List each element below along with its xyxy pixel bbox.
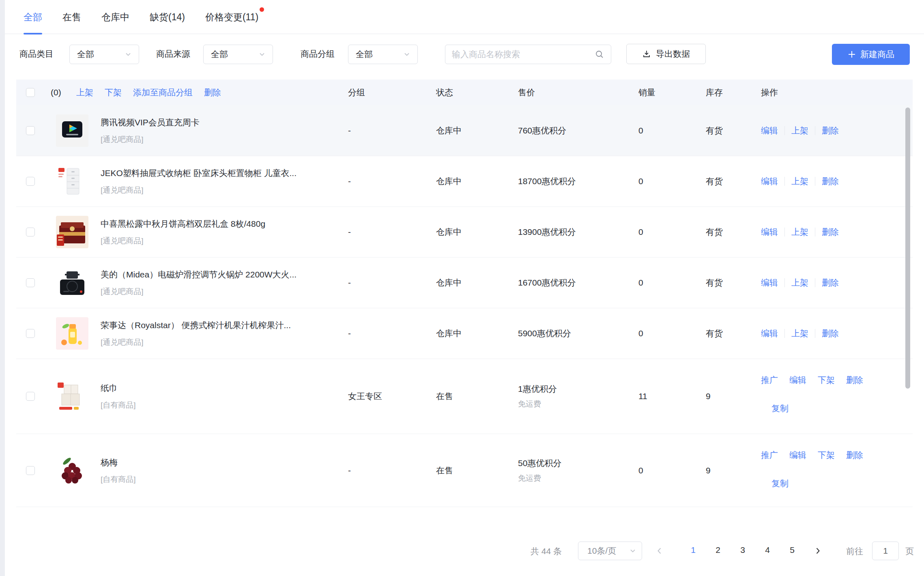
filter-toolbar: 商品类目 全部 商品来源 全部 商品分组 全部 导出数据 新建商品 bbox=[0, 43, 924, 66]
chevron-right-icon[interactable] bbox=[811, 544, 824, 557]
column-header-sales: 销量 bbox=[638, 87, 655, 98]
tab-price-change[interactable]: 价格变更(11) bbox=[205, 0, 258, 34]
row-checkbox[interactable] bbox=[26, 177, 35, 186]
product-source-tag: [通兑吧商品] bbox=[101, 337, 340, 348]
delete-link[interactable]: 删除 bbox=[822, 328, 839, 339]
cell-stock: 有货 bbox=[706, 125, 723, 136]
chevron-left-icon[interactable] bbox=[653, 544, 666, 557]
page-size-select[interactable]: 10条/页 bbox=[578, 542, 642, 560]
cell-price: 5900惠优积分 bbox=[518, 328, 571, 339]
delete-link[interactable]: 删除 bbox=[846, 374, 863, 386]
copy-link[interactable]: 复制 bbox=[771, 479, 789, 488]
select-all-checkbox[interactable] bbox=[26, 88, 35, 97]
cell-sales: 0 bbox=[638, 126, 643, 135]
category-select-value: 全部 bbox=[77, 49, 125, 60]
status-tabbar: 全部 在售 仓库中 缺货(14) 价格变更(11) bbox=[5, 0, 924, 34]
on-shelf-link[interactable]: 上架 bbox=[791, 226, 808, 238]
edit-link[interactable]: 编辑 bbox=[761, 277, 778, 288]
cell-stock: 有货 bbox=[706, 176, 723, 187]
row-actions: 推广 编辑 下架 删除 复制 bbox=[761, 449, 863, 489]
row-actions: 编辑 上架 删除 bbox=[761, 277, 839, 288]
delete-link[interactable]: 删除 bbox=[822, 277, 839, 288]
category-select[interactable]: 全部 bbox=[69, 45, 139, 64]
row-actions: 编辑 上架 删除 bbox=[761, 328, 839, 339]
chevron-down-icon bbox=[259, 51, 265, 58]
row-checkbox[interactable] bbox=[26, 329, 35, 338]
page-number-5[interactable]: 5 bbox=[783, 545, 801, 555]
cell-sales: 0 bbox=[638, 227, 643, 237]
on-shelf-link[interactable]: 上架 bbox=[791, 277, 808, 288]
delete-link[interactable]: 删除 bbox=[822, 226, 839, 238]
table-row: 杨梅 [自有商品] - 在售 50惠优积分 免运费 0 9 推广 编辑 下架 删… bbox=[16, 434, 913, 507]
product-source-tag: [通兑吧商品] bbox=[101, 286, 340, 297]
product-name: JEKO塑料抽屉式收纳柜 卧室床头柜置物柜 儿童衣... bbox=[101, 167, 340, 179]
tab-out-of-stock[interactable]: 缺货(14) bbox=[150, 0, 185, 34]
column-header-actions: 操作 bbox=[761, 87, 778, 98]
page-number-3[interactable]: 3 bbox=[734, 545, 752, 555]
row-checkbox[interactable] bbox=[26, 126, 35, 135]
tab-all[interactable]: 全部 bbox=[24, 0, 42, 34]
delete-link[interactable]: 删除 bbox=[822, 176, 839, 187]
delete-link[interactable]: 删除 bbox=[846, 449, 863, 461]
row-checkbox[interactable] bbox=[26, 466, 35, 475]
search-input[interactable] bbox=[452, 49, 595, 59]
cell-stock: 9 bbox=[706, 466, 711, 475]
page-number-1[interactable]: 1 bbox=[684, 545, 702, 555]
cell-status: 仓库中 bbox=[436, 226, 462, 238]
notification-dot bbox=[260, 7, 264, 12]
on-shelf-link[interactable]: 上架 bbox=[791, 125, 808, 136]
table-row: 荣事达（Royalstar） 便携式榨汁机果汁机榨果汁... [通兑吧商品] -… bbox=[16, 308, 913, 359]
search-icon[interactable] bbox=[595, 49, 604, 59]
product-source-tag: [通兑吧商品] bbox=[101, 134, 340, 145]
edit-link[interactable]: 编辑 bbox=[761, 226, 778, 238]
create-product-button[interactable]: 新建商品 bbox=[832, 44, 910, 65]
edit-link[interactable]: 编辑 bbox=[761, 328, 778, 339]
tab-in-warehouse[interactable]: 仓库中 bbox=[101, 0, 129, 34]
delete-link[interactable]: 删除 bbox=[822, 125, 839, 136]
page-number-4[interactable]: 4 bbox=[759, 545, 776, 555]
cell-group: - bbox=[348, 329, 351, 338]
product-source-tag: [通兑吧商品] bbox=[101, 185, 340, 196]
product-image bbox=[56, 114, 88, 147]
row-actions: 编辑 上架 删除 bbox=[761, 125, 839, 136]
cell-stock: 9 bbox=[706, 391, 711, 401]
edit-link[interactable]: 编辑 bbox=[789, 449, 806, 461]
promote-link[interactable]: 推广 bbox=[761, 374, 778, 386]
table-row: JEKO塑料抽屉式收纳柜 卧室床头柜置物柜 儿童衣... [通兑吧商品] - 仓… bbox=[16, 156, 913, 207]
edit-link[interactable]: 编辑 bbox=[789, 374, 806, 386]
vertical-scrollbar-thumb[interactable] bbox=[905, 107, 910, 389]
off-shelf-link[interactable]: 下架 bbox=[818, 449, 835, 461]
row-checkbox[interactable] bbox=[26, 278, 35, 287]
page-number-2[interactable]: 2 bbox=[709, 545, 727, 555]
source-select[interactable]: 全部 bbox=[203, 45, 273, 64]
product-name: 纸巾 bbox=[101, 382, 340, 394]
bulk-add-to-group-link[interactable]: 添加至商品分组 bbox=[133, 87, 193, 98]
promote-link[interactable]: 推广 bbox=[761, 449, 778, 461]
row-checkbox[interactable] bbox=[26, 228, 35, 236]
tab-on-sale[interactable]: 在售 bbox=[62, 0, 81, 34]
cell-group: - bbox=[348, 126, 351, 135]
price-value: 1惠优积分 bbox=[518, 383, 557, 395]
product-table: (0) 上架 下架 添加至商品分组 删除 分组 状态 售价 销量 库存 操作 腾… bbox=[16, 80, 913, 507]
edit-link[interactable]: 编辑 bbox=[761, 125, 778, 136]
bulk-on-shelf-link[interactable]: 上架 bbox=[76, 87, 93, 98]
off-shelf-link[interactable]: 下架 bbox=[818, 374, 835, 386]
row-actions: 编辑 上架 删除 bbox=[761, 226, 839, 238]
source-select-value: 全部 bbox=[211, 49, 259, 60]
table-header: (0) 上架 下架 添加至商品分组 删除 分组 状态 售价 销量 库存 操作 bbox=[16, 80, 913, 105]
product-name: 美的（Midea）电磁炉滑控调节火锅炉 2200W大火... bbox=[101, 269, 340, 281]
bulk-off-shelf-link[interactable]: 下架 bbox=[105, 87, 122, 98]
on-shelf-link[interactable]: 上架 bbox=[791, 176, 808, 187]
bulk-delete-link[interactable]: 删除 bbox=[204, 87, 221, 98]
row-checkbox[interactable] bbox=[26, 392, 35, 401]
group-select[interactable]: 全部 bbox=[348, 45, 418, 64]
table-row: 纸巾 [自有商品] 女王专区 在售 1惠优积分 免运费 11 9 推广 编辑 下… bbox=[16, 359, 913, 434]
export-data-button[interactable]: 导出数据 bbox=[626, 44, 706, 64]
edit-link[interactable]: 编辑 bbox=[761, 176, 778, 187]
on-shelf-link[interactable]: 上架 bbox=[791, 328, 808, 339]
goto-page-input[interactable] bbox=[872, 542, 899, 560]
cell-group: - bbox=[348, 466, 351, 475]
copy-link[interactable]: 复制 bbox=[771, 404, 789, 413]
cell-status: 仓库中 bbox=[436, 125, 462, 136]
row-actions: 推广 编辑 下架 删除 复制 bbox=[761, 374, 863, 414]
